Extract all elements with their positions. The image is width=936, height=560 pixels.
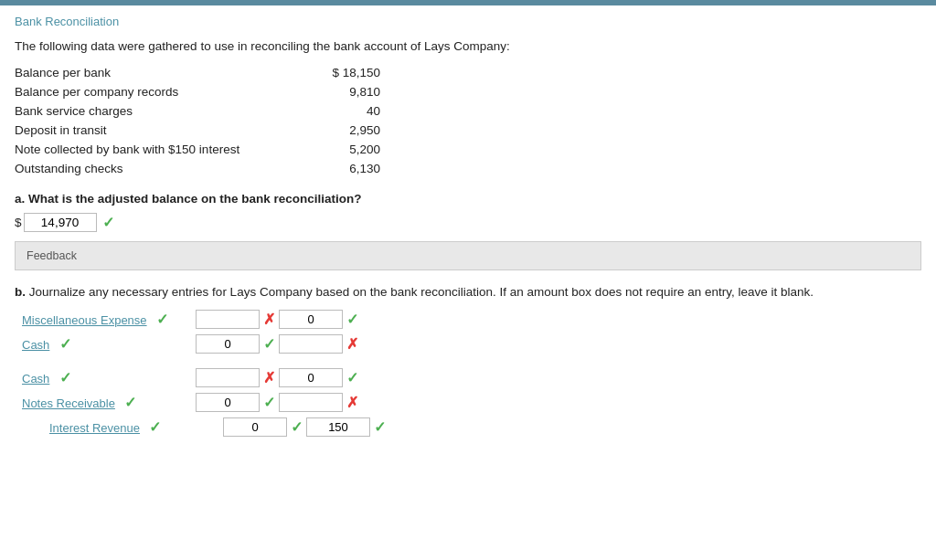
- section-b: b. Journalize any necessary entries for …: [15, 285, 921, 437]
- journal-account: Cash ✓: [22, 335, 196, 353]
- data-row-label: Bank service charges: [15, 104, 307, 118]
- debit-input[interactable]: [223, 417, 287, 437]
- data-row-label: Balance per bank: [15, 66, 307, 79]
- debit-cross-icon: ✗: [263, 369, 275, 386]
- debit-check-icon: ✓: [263, 335, 275, 353]
- debit-input[interactable]: [196, 368, 260, 387]
- section-b-intro: b. Journalize any necessary entries for …: [15, 285, 921, 299]
- credit-input[interactable]: [279, 368, 343, 387]
- account-check-icon: ✓: [153, 312, 168, 327]
- journal-account-link[interactable]: Cash: [22, 372, 49, 386]
- data-row: Outstanding checks6,130: [15, 162, 921, 175]
- credit-check-icon: ✓: [346, 369, 358, 386]
- account-check-icon: ✓: [121, 395, 136, 410]
- account-check-icon: ✓: [55, 336, 70, 352]
- data-row-value: $ 18,150: [307, 66, 380, 79]
- journal-row: Interest Revenue ✓✓✓: [22, 417, 921, 437]
- data-row: Balance per company records9,810: [15, 85, 921, 99]
- journal-row: Miscellaneous Expense ✓✗✓: [22, 310, 921, 329]
- intro-text: The following data were gathered to use …: [15, 39, 921, 53]
- journal-table: Miscellaneous Expense ✓✗✓Cash ✓✓✗Cash ✓✗…: [22, 310, 921, 437]
- journal-account-link[interactable]: Cash: [22, 338, 49, 352]
- journal-account: Notes Receivable ✓: [22, 394, 196, 411]
- dollar-sign: $: [15, 216, 22, 229]
- data-row-value: 40: [307, 104, 380, 118]
- question-a-text: What is the adjusted balance on the bank…: [28, 192, 362, 206]
- credit-input[interactable]: [306, 417, 370, 437]
- data-row-value: 6,130: [307, 162, 380, 175]
- data-row-value: 5,200: [307, 143, 380, 156]
- feedback-label: Feedback: [27, 249, 77, 262]
- data-row-label: Deposit in transit: [15, 123, 307, 137]
- journal-row: Notes Receivable ✓✓✗: [22, 393, 921, 412]
- data-row-label: Note collected by bank with $150 interes…: [15, 143, 307, 156]
- journal-row: Cash ✓✓✗: [22, 334, 921, 354]
- debit-check-icon: ✓: [291, 418, 303, 436]
- debit-input[interactable]: [196, 393, 260, 412]
- data-table: Balance per bank$ 18,150Balance per comp…: [15, 66, 921, 175]
- credit-input[interactable]: [279, 334, 343, 354]
- data-row-value: 2,950: [307, 123, 380, 137]
- data-row-label: Outstanding checks: [15, 162, 307, 175]
- journal-account: Miscellaneous Expense ✓: [22, 311, 196, 328]
- answer-a-check-icon: ✓: [102, 214, 114, 231]
- question-a-label: a. What is the adjusted balance on the b…: [15, 192, 921, 206]
- answer-a-row: $ ✓: [15, 213, 921, 232]
- credit-cross-icon: ✗: [346, 335, 358, 353]
- account-check-icon: ✓: [55, 370, 70, 386]
- data-row: Deposit in transit2,950: [15, 123, 921, 137]
- debit-input[interactable]: [196, 310, 260, 329]
- credit-check-icon: ✓: [374, 418, 386, 436]
- credit-check-icon: ✓: [346, 311, 358, 328]
- page-title: Bank Reconciliation: [15, 15, 921, 28]
- debit-cross-icon: ✗: [263, 311, 275, 328]
- credit-input[interactable]: [279, 393, 343, 412]
- debit-check-icon: ✓: [263, 394, 275, 411]
- journal-account-link[interactable]: Notes Receivable: [22, 396, 115, 410]
- credit-cross-icon: ✗: [346, 394, 358, 411]
- journal-account-link[interactable]: Miscellaneous Expense: [22, 313, 147, 327]
- data-row-value: 9,810: [307, 85, 380, 99]
- journal-account: Interest Revenue ✓: [49, 418, 223, 436]
- journal-account-link[interactable]: Interest Revenue: [49, 421, 140, 435]
- account-check-icon: ✓: [145, 419, 161, 435]
- data-row: Note collected by bank with $150 interes…: [15, 143, 921, 156]
- question-a-letter: a.: [15, 192, 25, 206]
- feedback-box: Feedback: [15, 241, 921, 270]
- journal-account: Cash ✓: [22, 369, 196, 386]
- page-container: Bank Reconciliation The following data w…: [0, 5, 936, 460]
- credit-input[interactable]: [279, 310, 343, 329]
- journal-group-spacer: [22, 359, 921, 368]
- question-b-text: Journalize any necessary entries for Lay…: [29, 285, 814, 299]
- data-row: Balance per bank$ 18,150: [15, 66, 921, 79]
- debit-input[interactable]: [196, 334, 260, 354]
- answer-a-input[interactable]: [24, 213, 97, 232]
- data-row-label: Balance per company records: [15, 85, 307, 99]
- data-row: Bank service charges40: [15, 104, 921, 118]
- question-b-letter: b.: [15, 285, 26, 299]
- journal-row: Cash ✓✗✓: [22, 368, 921, 387]
